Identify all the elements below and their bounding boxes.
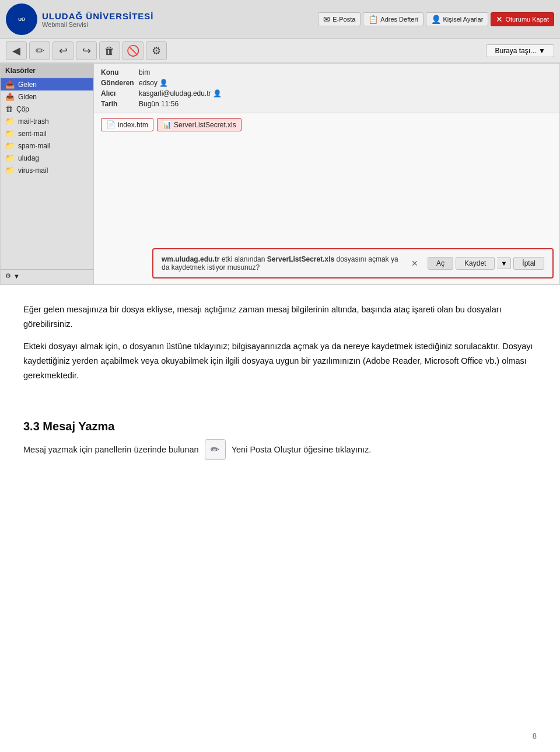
folder-icon-uludag: 📁 [5, 154, 15, 162]
dialog-save-dropdown[interactable]: ▼ [497, 257, 511, 269]
section-text-after: Yeni Posta Oluştur öğesine tıklayınız. [232, 443, 372, 457]
nav-adres-defteri[interactable]: 📋 Adres Defteri [363, 12, 423, 26]
user-icon: 👤 [431, 15, 441, 24]
sidebar-settings-button[interactable]: ⚙ ▼ [5, 272, 89, 280]
file-icon: 📄 [106, 120, 116, 129]
dialog-cancel-button[interactable]: İptal [513, 257, 544, 270]
folder-icon-mailtrash: 📁 [5, 117, 15, 126]
dialog-pre-text: etki alanından [222, 255, 265, 263]
email-content-pane: Konu bim Gönderen edsoy 👤 Alıcı kasgarli… [94, 64, 559, 284]
browser-toolbar: UÜ ULUDAĞ ÜNİVERSİTESİ Webmail Servisi ✉… [0, 0, 560, 39]
sidebar-header: Klasörler [1, 64, 93, 78]
folder-icon-sentmail: 📁 [5, 129, 15, 138]
excel-icon: 📊 [162, 120, 172, 129]
email-header: Konu bim Gönderen edsoy 👤 Alıcı kasgarli… [94, 64, 559, 113]
delete-button[interactable]: 🗑 [99, 41, 120, 60]
doc-paragraph-2: Ekteki dosyayı almak için, o dosyanın üs… [23, 339, 537, 382]
back-button[interactable]: ◀ [6, 41, 27, 60]
trash-icon: 🗑 [5, 105, 13, 113]
dialog-save-button[interactable]: Kaydet [456, 257, 495, 270]
email-recipient-field: Alıcı kasgarli@uludag.edu.tr 👤 [101, 88, 552, 99]
sidebar-item-giden[interactable]: 📤 Giden [1, 90, 93, 103]
email-sender-value: edsoy [139, 79, 158, 87]
section-body: Mesaj yazmak için panellerin üzerinde bu… [0, 439, 560, 472]
compose-icon: ✏ [205, 439, 226, 460]
top-navigation: ✉ E-Posta 📋 Adres Defteri 👤 Kişisel Ayar… [318, 12, 554, 26]
goto-button[interactable]: Buraya taşı... ▼ [486, 44, 554, 57]
sidebar-item-sent-mail[interactable]: 📁 sent-mail [1, 127, 93, 140]
document-text: Eğer gelen mesajınıza bir dosya ekliyse,… [0, 285, 560, 402]
settings-button[interactable]: ⚙ [146, 41, 167, 60]
sidebar-item-virus-mail[interactable]: 📁 virus-mail [1, 164, 93, 176]
adres-icon: 📋 [368, 15, 378, 24]
nav-eposta[interactable]: ✉ E-Posta [318, 12, 360, 26]
section-heading: 3.3 Mesaj Yazma [0, 402, 560, 439]
doc-paragraph-1: Eğer gelen mesajınıza bir dosya ekliyse,… [23, 302, 537, 331]
university-subtitle: Webmail Servisi [42, 21, 313, 28]
gear-icon: ⚙ [5, 272, 11, 280]
email-sender-field: Gönderen edsoy 👤 [101, 78, 552, 88]
attachment-serverlist-xls[interactable]: 📊 ServerListSecret.xls [157, 118, 242, 131]
reply-button[interactable]: ↩ [52, 41, 74, 60]
attachment-index-htm[interactable]: 📄 index.htm [101, 118, 153, 131]
email-subject-value: bim [139, 68, 150, 76]
university-name: ULUDAĞ ÜNİVERSİTESİ [42, 11, 313, 21]
sender-user-icon: 👤 [159, 79, 168, 87]
folder-icon-virusmail: 📁 [5, 166, 15, 175]
sidebar-item-gelen[interactable]: 📥 Gelen [1, 78, 93, 90]
recipient-user-icon: 👤 [213, 89, 222, 98]
attachment-area: 📄 index.htm 📊 ServerListSecret.xls [94, 113, 559, 136]
goto-section: Buraya taşı... ▼ [486, 44, 554, 57]
dialog-buttons: Aç Kaydet ▼ İptal [428, 257, 544, 270]
section-text-before: Mesaj yazmak için panellerin üzerinde bu… [23, 443, 199, 457]
block-button[interactable]: 🚫 [123, 41, 144, 60]
page-number: 8 [533, 732, 537, 740]
compose-button[interactable]: ✏ [29, 41, 50, 60]
dropdown-arrow-icon: ▼ [538, 47, 545, 55]
inbox-icon: 📥 [5, 80, 15, 89]
email-toolbar: ◀ ✏ ↩ ↪ 🗑 🚫 ⚙ Buraya taşı... ▼ [0, 39, 560, 63]
download-dialog-text: wm.uludag.edu.tr etki alanından ServerLi… [162, 255, 407, 271]
main-email-area: Klasörler 📥 Gelen 📤 Giden 🗑 Çöp 📁 mail-t… [0, 63, 560, 285]
folder-icon-spammail: 📁 [5, 141, 15, 150]
nav-oturum-kapat[interactable]: ✕ Oturumu Kapat [491, 12, 554, 26]
sidebar-item-cop[interactable]: 🗑 Çöp [1, 103, 93, 115]
sidebar-item-mail-trash[interactable]: 📁 mail-trash [1, 115, 93, 127]
email-date-field: Tarih Bugün 11:56 [101, 99, 552, 109]
dialog-close-button[interactable]: ✕ [411, 259, 418, 268]
close-icon: ✕ [496, 15, 503, 24]
dialog-open-button[interactable]: Aç [428, 257, 453, 270]
sidebar: Klasörler 📥 Gelen 📤 Giden 🗑 Çöp 📁 mail-t… [1, 64, 94, 284]
university-logo: UÜ [6, 4, 37, 35]
forward-button[interactable]: ↪ [76, 41, 97, 60]
sidebar-item-uludag[interactable]: 📁 uludag [1, 152, 93, 164]
email-date-value: Bugün 11:56 [139, 100, 178, 108]
sidebar-item-spam-mail[interactable]: 📁 spam-mail [1, 140, 93, 152]
email-subject-field: Konu bim [101, 67, 552, 78]
dialog-filename: ServerListSecret.xls [267, 255, 334, 263]
email-recipient-value: kasgarli@uludag.edu.tr [139, 89, 211, 98]
dialog-domain: wm.uludag.edu.tr [162, 255, 219, 263]
download-dialog: wm.uludag.edu.tr etki alanından ServerLi… [152, 248, 554, 278]
university-title: ULUDAĞ ÜNİVERSİTESİ Webmail Servisi [42, 11, 313, 28]
mail-icon: ✉ [323, 15, 330, 24]
nav-kisisel-ayarlar[interactable]: 👤 Kişisel Ayarlar [426, 12, 489, 26]
sent-icon: 📤 [5, 92, 15, 101]
